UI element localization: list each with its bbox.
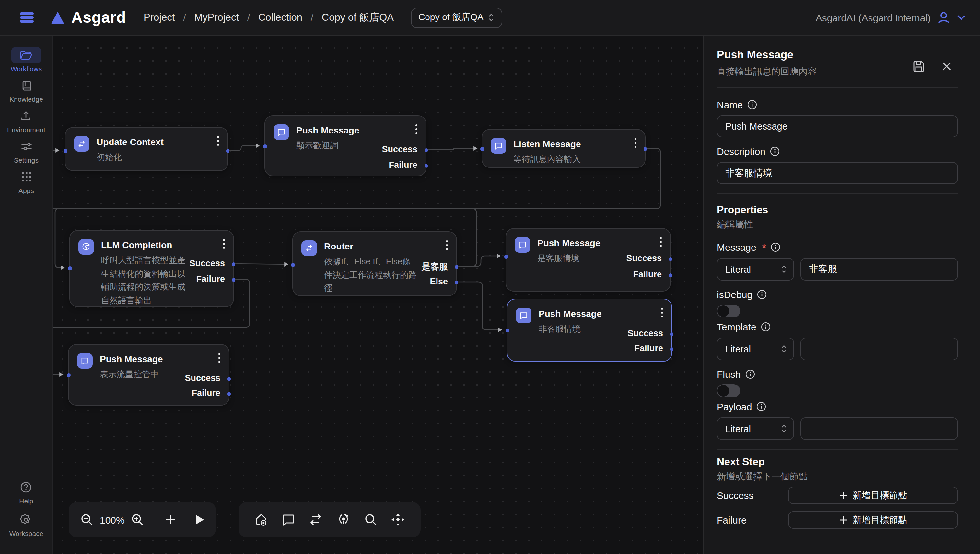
chat-bubble-icon	[274, 124, 289, 140]
workflow-node-push-flow[interactable]: Push Message表示流量控管中SuccessFailure	[68, 344, 229, 406]
success-next-label: Success	[717, 490, 788, 501]
zoom-out-icon[interactable]	[80, 513, 93, 526]
play-icon[interactable]	[195, 514, 205, 525]
output-port[interactable]	[232, 278, 235, 282]
search-icon[interactable]	[364, 513, 377, 526]
isdebug-toggle[interactable]	[717, 304, 740, 317]
payload-label: Payload	[717, 400, 958, 412]
chevron-down-icon[interactable]	[957, 14, 966, 21]
input-port[interactable]	[504, 255, 508, 258]
workflow-canvas[interactable]: Update Context初始化Push Message顯示歡迎詞Succes…	[53, 36, 703, 554]
breadcrumb-collection[interactable]: Collection	[258, 12, 302, 23]
user-icon[interactable]	[937, 10, 951, 25]
input-port[interactable]	[67, 373, 70, 377]
output-port-label: Success	[189, 258, 225, 268]
node-desc: 等待訊息內容輸入	[513, 153, 581, 166]
output-port-label: 是客服	[422, 261, 448, 273]
output-port[interactable]	[232, 263, 235, 266]
node-desc: 是客服情境	[537, 252, 580, 265]
menu-icon[interactable]	[20, 12, 34, 23]
fit-view-icon[interactable]	[391, 513, 405, 527]
breadcrumb-myproject[interactable]: MyProject	[194, 12, 239, 23]
workflow-node-listen-message[interactable]: Listen Message等待訊息內容輸入	[481, 129, 645, 168]
failure-add-target-button[interactable]: 新增目標節點	[788, 511, 958, 529]
workflow-node-router[interactable]: Router依據If、Else If、Else條件決定工作流程執行的路徑是客服E…	[292, 231, 457, 296]
template-type-select[interactable]: Literal	[717, 337, 794, 360]
sidebar-item-apps[interactable]: Apps	[11, 169, 41, 194]
message-label: Message*	[717, 241, 958, 253]
input-port[interactable]	[263, 145, 267, 148]
output-port-label: Failure	[191, 388, 220, 398]
message-value-input[interactable]: 非客服	[800, 258, 958, 280]
flush-toggle[interactable]	[717, 384, 740, 397]
chat-bubble-icon	[491, 138, 506, 154]
sidebar-item-help[interactable]: Help	[11, 479, 41, 505]
output-port[interactable]	[670, 333, 673, 336]
kebab-menu-icon[interactable]	[446, 240, 448, 252]
flush-label: Flush	[717, 368, 958, 380]
name-input[interactable]: Push Message	[717, 115, 958, 137]
output-port[interactable]	[227, 392, 231, 396]
node-desc: 呼叫大型語言模型並產生結構化的資料輸出以輔助流程的決策或生成自然語言輸出	[101, 254, 192, 307]
kebab-menu-icon[interactable]	[660, 237, 662, 249]
save-icon[interactable]	[913, 60, 925, 73]
kebab-menu-icon[interactable]	[217, 136, 219, 148]
zoom-in-icon[interactable]	[131, 513, 144, 526]
success-add-target-button[interactable]: 新增目標節點	[788, 487, 958, 504]
info-icon	[757, 289, 767, 299]
template-value-input[interactable]	[800, 337, 958, 360]
kebab-menu-icon[interactable]	[416, 124, 417, 136]
input-port[interactable]	[68, 266, 72, 270]
swap-arrows-icon[interactable]	[309, 514, 323, 525]
output-port[interactable]	[424, 148, 428, 152]
workflow-node-llm-completion[interactable]: LLM Completion呼叫大型語言模型並產生結構化的資料輸出以輔助流程的決…	[69, 230, 234, 307]
kebab-menu-icon[interactable]	[218, 353, 220, 365]
plus-icon	[839, 516, 848, 524]
output-port[interactable]	[669, 257, 672, 261]
chat-bubble-icon	[77, 353, 93, 369]
node-desc: 顯示歡迎詞	[296, 139, 338, 153]
input-port[interactable]	[291, 263, 295, 267]
output-port[interactable]	[670, 347, 673, 351]
payload-value-input[interactable]	[800, 417, 958, 440]
output-port[interactable]	[669, 274, 672, 277]
output-port[interactable]	[226, 149, 229, 153]
output-port[interactable]	[455, 280, 458, 284]
close-icon[interactable]	[942, 62, 951, 71]
breadcrumb-current[interactable]: Copy of 飯店QA	[322, 11, 394, 24]
chat-bubble-icon[interactable]	[282, 513, 295, 526]
chat-bubble-icon	[516, 308, 531, 323]
properties-title: Properties	[717, 204, 958, 216]
output-port[interactable]	[227, 377, 231, 380]
kebab-menu-icon[interactable]	[223, 239, 225, 251]
sidebar-item-environment[interactable]: Environment	[7, 108, 45, 134]
output-port[interactable]	[424, 164, 428, 167]
input-port[interactable]	[64, 149, 67, 153]
upload-icon	[21, 110, 32, 121]
workflow-node-update-context[interactable]: Update Context初始化	[65, 127, 228, 171]
output-port[interactable]	[455, 265, 458, 269]
workflow-node-push-yes[interactable]: Push Message是客服情境SuccessFailure	[505, 228, 671, 291]
add-node-icon[interactable]	[254, 513, 268, 527]
kebab-menu-icon[interactable]	[634, 138, 636, 150]
description-input[interactable]: 非客服情境	[717, 162, 958, 184]
message-type-select[interactable]: Literal	[717, 258, 794, 280]
llm-refresh-icon[interactable]	[336, 513, 351, 526]
output-port[interactable]	[643, 147, 647, 151]
workflow-node-push-no[interactable]: Push Message非客服情境SuccessFailure	[507, 299, 672, 361]
workflow-select[interactable]: Copy of 飯店QA	[411, 8, 502, 27]
sidebar-item-workflows[interactable]: Workflows	[11, 47, 42, 73]
input-port[interactable]	[480, 147, 484, 151]
sidebar-item-knowledge[interactable]: Knowledge	[10, 77, 43, 103]
kebab-menu-icon[interactable]	[661, 308, 663, 320]
payload-type-select[interactable]: Literal	[717, 417, 794, 440]
sidebar-item-workspace[interactable]: Workspace	[10, 511, 43, 537]
add-icon[interactable]	[165, 514, 177, 525]
input-port[interactable]	[505, 328, 509, 332]
breadcrumb-project[interactable]: Project	[143, 12, 175, 23]
node-title: Listen Message	[513, 138, 581, 149]
sidebar-item-settings[interactable]: Settings	[11, 138, 41, 164]
failure-next-label: Failure	[717, 514, 788, 525]
workflow-node-push-welcome[interactable]: Push Message顯示歡迎詞SuccessFailure	[265, 115, 427, 176]
node-desc: 非客服情境	[539, 323, 581, 336]
